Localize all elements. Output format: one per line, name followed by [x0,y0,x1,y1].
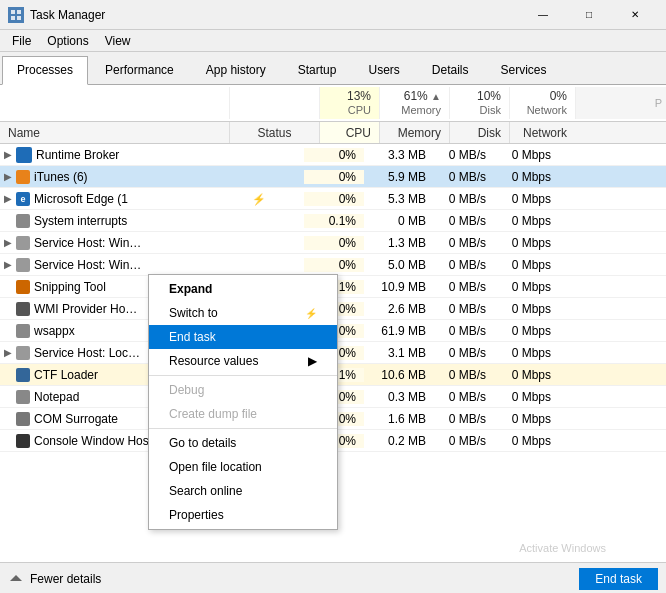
process-name: iTunes (6) [16,170,214,184]
network-value: 0% [550,89,567,103]
process-status: ⚡ [214,192,304,206]
table-row[interactable]: ▶ iTunes (6) 0% 5.9 MB 0 MB/s 0 Mbps [0,166,666,188]
col-header-cpu[interactable]: CPU [320,122,380,143]
close-button[interactable]: ✕ [612,0,658,30]
process-icon [16,302,30,316]
tab-services[interactable]: Services [486,56,562,84]
process-icon [16,236,30,250]
svg-rect-0 [11,10,15,14]
process-disk: 0 MB/s [434,412,494,426]
chevron-up-icon [8,571,24,587]
context-menu: Expand Switch to ⚡ End task Resource val… [148,274,338,530]
table-row[interactable]: ▶ Service Host: Win… 0% 1.3 MB 0 MB/s 0 … [0,232,666,254]
expand-icon[interactable]: ▶ [0,149,16,160]
process-network: 0 Mbps [494,170,559,184]
process-icon [16,368,30,382]
process-network: 0 Mbps [494,280,559,294]
minimize-button[interactable]: — [520,0,566,30]
process-network: 0 Mbps [494,148,559,162]
memory-label: Memory [401,104,441,116]
process-network: 0 Mbps [494,236,559,250]
tab-processes[interactable]: Processes [2,56,88,85]
context-menu-resource-values[interactable]: Resource values ▶ [149,349,337,373]
process-icon [16,280,30,294]
app-icon [8,7,24,23]
process-cpu: 0% [304,192,364,206]
svg-marker-4 [10,575,22,581]
process-memory: 1.3 MB [364,236,434,250]
process-name: e Microsoft Edge (1 [16,192,214,206]
process-memory: 2.6 MB [364,302,434,316]
bottom-bar: Fewer details End task [0,562,666,593]
context-menu-expand[interactable]: Expand [149,277,337,301]
col-header-status[interactable]: Status [230,122,320,143]
table-row[interactable]: ▶ Runtime Broker 0% 3.3 MB 0 MB/s 0 Mbps [0,144,666,166]
expand-icon[interactable]: ▶ [0,171,16,182]
table-row[interactable]: ▶ e Microsoft Edge (1 ⚡ 0% 5.3 MB 0 MB/s… [0,188,666,210]
process-icon [16,324,30,338]
process-list[interactable]: ▶ Runtime Broker 0% 3.3 MB 0 MB/s 0 Mbps… [0,144,666,562]
process-disk: 0 MB/s [434,148,494,162]
table-row[interactable]: ▶ Service Host: Win… 0% 5.0 MB 0 MB/s 0 … [0,254,666,276]
expand-icon[interactable]: ▶ [0,259,16,270]
context-menu-search-online[interactable]: Search online [149,479,337,503]
process-network: 0 Mbps [494,324,559,338]
process-memory: 1.6 MB [364,412,434,426]
process-disk: 0 MB/s [434,346,494,360]
process-disk: 0 MB/s [434,302,494,316]
expand-icon[interactable]: ▶ [0,193,16,204]
column-headers: Name Status CPU Memory Disk Network [0,122,666,144]
end-task-button[interactable]: End task [579,568,658,590]
menu-bar: File Options View [0,30,666,52]
process-cpu: 0% [304,236,364,250]
context-menu-create-dump: Create dump file [149,402,337,426]
process-network: 0 Mbps [494,412,559,426]
context-menu-open-file-location[interactable]: Open file location [149,455,337,479]
process-network: 0 Mbps [494,214,559,228]
menu-view[interactable]: View [97,32,139,50]
col-header-memory[interactable]: Memory [380,122,450,143]
process-network: 0 Mbps [494,390,559,404]
menu-file[interactable]: File [4,32,39,50]
menu-options[interactable]: Options [39,32,96,50]
main-area: 13% CPU 61% ▲ Memory 10% Disk 0% Network… [0,85,666,562]
svg-rect-3 [17,16,21,20]
tab-performance[interactable]: Performance [90,56,189,84]
context-menu-go-to-details[interactable]: Go to details [149,431,337,455]
process-network: 0 Mbps [494,192,559,206]
process-memory: 3.1 MB [364,346,434,360]
process-icon: e [16,192,30,206]
cpu-stat: 13% CPU [320,87,380,119]
context-menu-switch-to[interactable]: Switch to ⚡ [149,301,337,325]
table-row[interactable]: ▶ System interrupts 0.1% 0 MB 0 MB/s 0 M… [0,210,666,232]
separator-2 [149,428,337,429]
fewer-details-button[interactable]: Fewer details [8,571,101,587]
memory-stat: 61% ▲ Memory [380,87,450,119]
fewer-details-label: Fewer details [30,572,101,586]
expand-icon[interactable]: ▶ [0,347,16,358]
process-cpu: 0.1% [304,214,364,228]
title-bar: Task Manager — □ ✕ [0,0,666,30]
process-icon [16,214,30,228]
process-memory: 5.3 MB [364,192,434,206]
title-bar-left: Task Manager [8,7,105,23]
process-network: 0 Mbps [494,368,559,382]
context-menu-end-task[interactable]: End task [149,325,337,349]
cpu-value: 13% [347,89,371,103]
process-memory: 10.6 MB [364,368,434,382]
col-header-name[interactable]: Name [0,122,230,143]
tab-details[interactable]: Details [417,56,484,84]
expand-icon[interactable]: ▶ [0,237,16,248]
process-icon [16,434,30,448]
col-header-network[interactable]: Network [510,122,575,143]
tab-users[interactable]: Users [353,56,414,84]
tab-app-history[interactable]: App history [191,56,281,84]
svg-rect-2 [11,16,15,20]
process-name: Service Host: Win… [16,236,214,250]
context-menu-properties[interactable]: Properties [149,503,337,527]
maximize-button[interactable]: □ [566,0,612,30]
tab-startup[interactable]: Startup [283,56,352,84]
process-network: 0 Mbps [494,434,559,448]
process-disk: 0 MB/s [434,324,494,338]
col-header-disk[interactable]: Disk [450,122,510,143]
